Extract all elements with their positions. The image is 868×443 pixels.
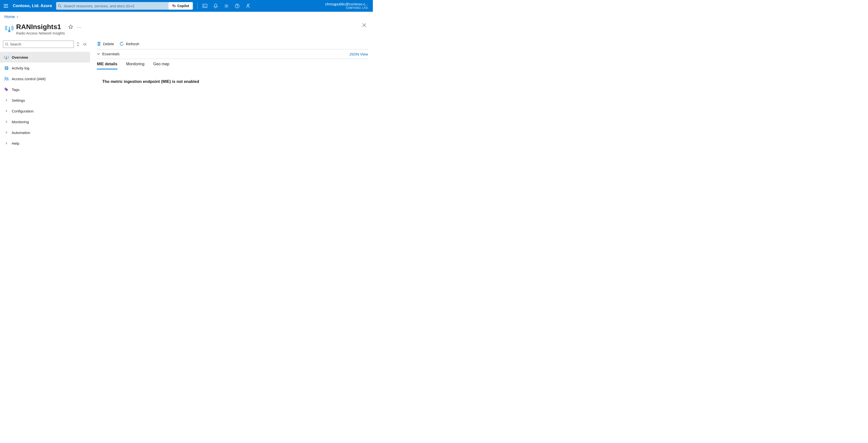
refresh-button[interactable]: Refresh [119,41,139,46]
svg-rect-17 [5,69,7,69]
chevron-double-left-icon [83,42,87,46]
search-icon [56,4,64,8]
account-email: chrisqpublic@contoso.c... [325,2,368,6]
topbar-divider [197,3,198,9]
global-search-input[interactable] [64,4,168,8]
breadcrumb-home[interactable]: Home [4,15,15,19]
hamburger-icon [4,4,8,8]
svg-point-19 [7,77,8,79]
delete-button[interactable]: Delete [97,41,114,46]
close-blade-button[interactable] [362,23,368,27]
antenna-icon [5,24,13,33]
essentials-header: Essentials JSON View [97,49,368,59]
sidebar-item-access-control[interactable]: Access control (IAM) [0,73,90,84]
sidebar-item-label: Activity log [12,66,29,70]
refresh-label: Refresh [126,42,139,46]
page-title: RANInsights1 [16,23,61,31]
breadcrumb: Home [0,12,373,21]
sidebar-item-monitoring[interactable]: Monitoring [0,116,90,127]
help-button[interactable] [232,0,243,12]
sidebar-item-label: Access control (IAM) [12,77,45,81]
gear-icon [224,4,229,8]
sidebar-item-tags[interactable]: Tags [0,84,90,95]
tabs: MIE details Monitoring Geo map [97,59,368,69]
svg-point-11 [5,43,8,45]
topbar-icons [199,0,253,12]
sidebar-item-activity-log[interactable]: Activity log [0,63,90,73]
essentials-label: Essentials [102,52,120,56]
svg-rect-5 [203,4,207,8]
star-icon [68,25,73,29]
account-menu[interactable]: chrisqpublic@contoso.c... CONTOSO, LTD. [323,2,373,9]
sidebar-search[interactable] [3,41,74,48]
sidebar: Overview Activity log Access control (IA… [0,36,90,149]
settings-button[interactable] [221,0,232,12]
ellipsis-icon: ··· [77,25,82,30]
bell-icon [214,4,218,8]
main-pane: Delete Refresh Essentials JSON View MIE … [90,36,373,149]
svg-point-13 [6,57,7,57]
sidebar-collapse-button[interactable] [82,42,88,46]
command-bar: Delete Refresh [97,36,368,49]
antenna-icon [4,55,9,59]
feedback-icon [246,4,250,8]
sidebar-item-help[interactable]: Help [0,138,90,149]
brand-label[interactable]: Contoso, Ltd. Azure [12,3,55,8]
svg-point-4 [173,6,175,7]
sidebar-item-label: Help [12,141,19,145]
sidebar-item-settings[interactable]: Settings [0,95,90,106]
resource-type-icon [4,24,14,33]
trash-icon [97,41,101,46]
svg-line-1 [60,6,61,7]
copilot-button[interactable]: Copilot [168,2,192,9]
svg-point-6 [226,5,227,7]
delete-label: Delete [103,42,114,46]
sidebar-menu: Overview Activity log Access control (IA… [0,52,90,149]
tag-icon [4,87,9,92]
chevron-right-icon [4,99,9,102]
chevron-right-icon [4,120,9,123]
hamburger-menu-button[interactable] [0,0,12,12]
sidebar-item-label: Configuration [12,109,33,113]
close-icon [362,23,367,27]
log-icon [4,66,9,70]
sidebar-item-label: Tags [12,88,20,92]
favorite-button[interactable] [68,25,73,29]
content-columns: Overview Activity log Access control (IA… [0,36,373,149]
sidebar-item-overview[interactable]: Overview [0,52,90,63]
sidebar-item-automation[interactable]: Automation [0,127,90,138]
svg-point-0 [59,4,61,7]
people-icon [4,77,9,81]
refresh-icon [119,41,124,46]
sidebar-item-label: Settings [12,98,25,102]
account-tenant: CONTOSO, LTD. [325,6,368,9]
svg-line-12 [7,45,8,46]
chevron-right-icon [4,142,9,145]
svg-point-8 [237,7,238,7]
tab-geo-map[interactable]: Geo map [153,62,169,69]
copilot-label: Copilot [177,4,189,8]
notifications-button[interactable] [210,0,221,12]
cloud-shell-button[interactable] [199,0,210,12]
feedback-button[interactable] [243,0,253,12]
tab-monitoring[interactable]: Monitoring [126,62,145,69]
chevron-right-icon [4,109,9,112]
more-actions-button[interactable]: ··· [77,25,82,30]
sidebar-item-label: Monitoring [12,120,29,124]
sidebar-item-configuration[interactable]: Configuration [0,106,90,116]
global-search[interactable]: Copilot [56,2,193,10]
tab-mie-details[interactable]: MIE details [97,62,118,69]
chevron-right-icon [4,131,9,134]
sidebar-search-input[interactable] [9,42,73,46]
sidebar-search-row [0,36,90,49]
essentials-toggle[interactable] [97,53,100,55]
expand-collapse-icon [76,42,80,46]
svg-rect-16 [5,68,8,68]
page-subtitle: Radio Access Network Insights [16,31,65,35]
json-view-link[interactable]: JSON View [349,52,368,56]
sidebar-item-label: Overview [12,55,28,59]
copilot-icon [172,4,176,8]
svg-point-18 [5,77,6,79]
svg-point-20 [5,88,6,89]
sidebar-sort-button[interactable] [76,42,80,46]
